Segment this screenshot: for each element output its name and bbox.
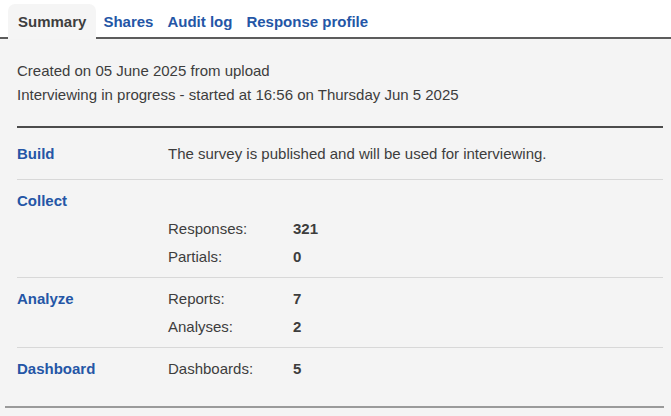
section-build: Build The survey is published and will b… [0,128,671,179]
build-status-text: The survey is published and will be used… [168,145,663,162]
responses-label: Responses: [168,220,293,237]
tab-shares[interactable]: Shares [96,4,160,39]
collect-link[interactable]: Collect [17,192,168,209]
dashboards-value: 5 [293,360,663,377]
partials-value: 0 [293,248,663,265]
dashboard-link[interactable]: Dashboard [17,360,168,377]
reports-label: Reports: [168,290,293,307]
created-status-text: Created on 05 June 2025 from upload [17,59,654,83]
tab-response-profile[interactable]: Response profile [239,4,375,39]
section-dashboard: Dashboard Dashboards: 5 [0,348,671,406]
survey-status-block: Created on 05 June 2025 from upload Inte… [0,39,671,126]
partials-label: Partials: [168,248,293,265]
reports-value: 7 [293,290,663,307]
separator-bottom [5,406,664,408]
tab-audit-log[interactable]: Audit log [160,4,239,39]
analyses-value: 2 [293,318,663,335]
tabbar: Summary Shares Audit log Response profil… [0,0,671,39]
build-link[interactable]: Build [17,145,168,162]
analyze-link[interactable]: Analyze [17,290,168,307]
dashboards-label: Dashboards: [168,360,293,377]
section-analyze: Analyze Reports: 7 Analyses: 2 [0,278,671,347]
tab-summary[interactable]: Summary [8,4,96,39]
responses-value: 321 [293,220,663,237]
interviewing-status-text: Interviewing in progress - started at 16… [17,83,654,107]
section-collect: Collect Responses: 321 Partials: 0 [0,180,671,277]
analyses-label: Analyses: [168,318,293,335]
